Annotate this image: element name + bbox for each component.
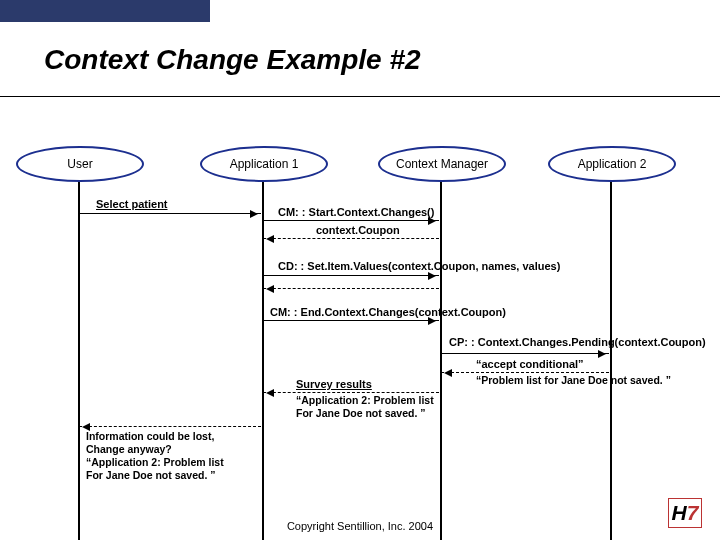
arrow-survey [263,392,439,393]
arrow-pending [441,353,609,354]
msg-pending: CP: : Context.Changes.Pending(context.Co… [449,336,706,348]
arrow-set-values-return [263,288,439,289]
arrow-start-ctx [263,220,439,221]
msg-accept-cond: “accept conditional” [476,358,584,370]
msg-label: CM: : Start.Context.Changes() [278,206,434,218]
header-accent-bar [0,0,210,22]
msg-label: CD: : Set.Item.Values(context.Coupon, na… [278,260,560,272]
arrow-end-ctx [263,320,439,321]
note-app2-detail: “Problem list for Jane Doe not saved. ” [476,374,696,387]
msg-end-ctx: CM: : End.Context.Changes(context.Coupon… [270,306,506,318]
footer-copyright: Copyright Sentillion, Inc. 2004 [0,520,720,532]
msg-label: context.Coupon [316,224,400,236]
msg-label: Select patient [96,198,168,210]
msg-survey: Survey results [296,378,372,390]
arrow-coupon [263,238,439,239]
actor-app1: Application 1 [200,146,328,182]
msg-label: “accept conditional” [476,358,584,370]
msg-select-patient: Select patient [96,198,168,210]
slide-title: Context Change Example #2 [44,44,421,76]
arrow-user-prompt [79,426,261,427]
actor-app2: Application 2 [548,146,676,182]
note-user-prompt: Information could be lost, Change anyway… [86,430,262,483]
msg-label: Survey results [296,378,372,390]
msg-set-values: CD: : Set.Item.Values(context.Coupon, na… [278,260,560,272]
note-survey: “Application 2: Problem list For Jane Do… [296,394,456,420]
arrow-select-patient [79,213,261,214]
msg-label: CM: : End.Context.Changes(context.Coupon… [270,306,506,318]
arrow-accept-cond [441,372,609,373]
msg-coupon: context.Coupon [316,224,400,236]
arrow-set-values [263,275,439,276]
actor-cm: Context Manager [378,146,506,182]
msg-label: CP: : Context.Changes.Pending(context.Co… [449,336,706,348]
title-underline [0,96,720,97]
msg-start-ctx: CM: : Start.Context.Changes() [278,206,434,218]
hl7-logo-icon: H [668,498,702,528]
actor-user: User [16,146,144,182]
